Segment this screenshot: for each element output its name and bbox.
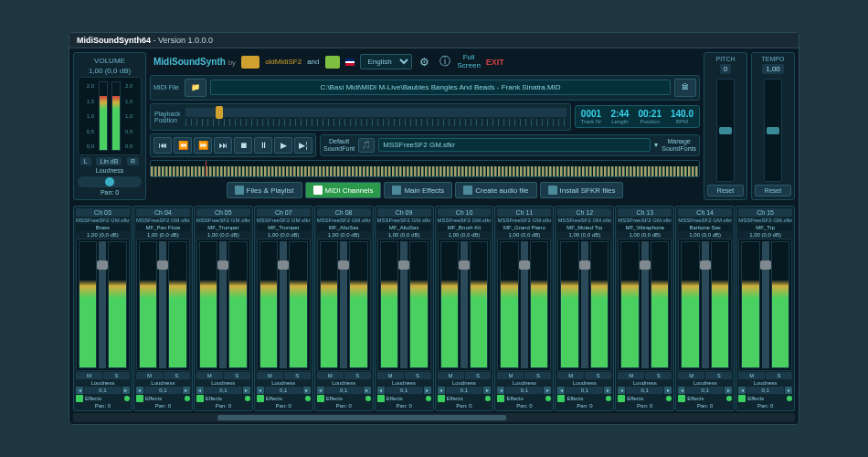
channel-soundfont[interactable]: MSSFreeSF2 GM.sfkr xyxy=(618,218,672,223)
spin-up-button[interactable]: ▸ xyxy=(664,387,672,394)
channel-instrument[interactable]: MF_Pan Flute xyxy=(136,224,190,231)
channel-instrument[interactable]: MF_Grand Piano xyxy=(497,224,551,231)
pitch-reset-button[interactable]: Reset xyxy=(707,185,744,197)
mute-button[interactable]: M xyxy=(196,372,223,379)
stop-button[interactable]: ⏹ xyxy=(234,137,252,154)
channel-fader[interactable] xyxy=(400,241,408,368)
effects-checkbox[interactable] xyxy=(497,395,504,402)
channel-fader[interactable] xyxy=(99,241,106,368)
mute-button[interactable]: M xyxy=(317,372,344,379)
mute-button[interactable]: M xyxy=(557,372,584,379)
effects-checkbox[interactable] xyxy=(76,395,83,402)
master-pan-slider[interactable] xyxy=(78,176,142,187)
channel-instrument[interactable]: MF_Brush Kit xyxy=(438,224,492,231)
channel-soundfont[interactable]: MSSFreeSF2 GM.sfkr xyxy=(438,218,492,223)
channel-fader[interactable] xyxy=(521,241,528,368)
solo-button[interactable]: S xyxy=(405,372,431,379)
channel-header[interactable]: Ch 09 xyxy=(377,208,431,217)
effects-checkbox[interactable] xyxy=(738,395,746,402)
channel-instrument[interactable]: Brass xyxy=(76,224,130,231)
language-select[interactable]: English xyxy=(360,54,412,69)
spin-down-button[interactable]: ◂ xyxy=(377,387,385,394)
file-action-button[interactable]: 🏛 xyxy=(674,79,696,97)
channel-header[interactable]: Ch 13 xyxy=(618,208,672,217)
spin-down-button[interactable]: ◂ xyxy=(76,387,83,394)
tab-files[interactable]: Files & Playlist xyxy=(227,182,302,198)
pause-button[interactable]: ⏸ xyxy=(254,137,272,154)
channel-header[interactable]: Ch 10 xyxy=(438,208,492,217)
skip-start-button[interactable]: ⏮ xyxy=(153,137,172,154)
channel-soundfont[interactable]: MSSFreeSF2 GM.sfkr xyxy=(136,218,190,223)
spin-up-button[interactable]: ▸ xyxy=(303,387,311,394)
spin-up-button[interactable]: ▸ xyxy=(785,387,792,394)
open-file-button[interactable]: 📁 xyxy=(185,79,206,97)
spin-down-button[interactable]: ◂ xyxy=(497,387,504,394)
forward-button[interactable]: ⏩ xyxy=(194,137,212,154)
effects-checkbox[interactable] xyxy=(618,395,625,402)
channel-header[interactable]: Ch 07 xyxy=(257,208,311,217)
channel-instrument[interactable]: MF_Vibraphone xyxy=(618,224,672,231)
tab-midi-channels[interactable]: MIDI Channels xyxy=(305,182,382,198)
horizontal-scrollbar[interactable] xyxy=(73,413,795,422)
channel-instrument[interactable]: MF_AltoSax xyxy=(317,224,371,231)
spin-down-button[interactable]: ◂ xyxy=(738,387,746,394)
gear-icon[interactable]: ⚙ xyxy=(418,55,432,69)
solo-button[interactable]: S xyxy=(224,372,250,379)
soundfont-name[interactable]: MSSFreeSF2 GM.sfkr xyxy=(378,138,651,152)
channel-fader[interactable] xyxy=(702,241,709,368)
channel-soundfont[interactable]: MSSFreeSF2 GM.sfkr xyxy=(317,218,371,223)
pitch-slider[interactable] xyxy=(716,79,735,182)
soundfont-icon-button[interactable]: 🎵 xyxy=(358,138,375,153)
solo-button[interactable]: S xyxy=(465,372,492,379)
effects-checkbox[interactable] xyxy=(196,395,204,402)
channel-header[interactable]: Ch 03 xyxy=(76,208,130,217)
channel-soundfont[interactable]: MSSFreeSF2 GM.sfkr xyxy=(678,218,732,223)
channel-fader[interactable] xyxy=(280,241,287,368)
channel-fader[interactable] xyxy=(219,241,227,368)
channel-soundfont[interactable]: MSSFreeSF2 GM.sfkr xyxy=(497,218,551,223)
channel-header[interactable]: Ch 11 xyxy=(497,208,551,217)
channel-soundfont[interactable]: MSSFreeSF2 GM.sfkr xyxy=(76,218,130,223)
spin-up-button[interactable]: ▸ xyxy=(483,387,491,394)
channel-instrument[interactable]: MF_Trumpet xyxy=(196,224,250,231)
spin-up-button[interactable]: ▸ xyxy=(725,387,732,394)
spin-down-button[interactable]: ◂ xyxy=(136,387,143,394)
tab-install-sfkr[interactable]: Install SFKR files xyxy=(540,182,624,198)
channel-instrument[interactable]: MF_Trumpet xyxy=(257,224,311,231)
spin-up-button[interactable]: ▸ xyxy=(424,387,431,394)
channel-soundfont[interactable]: MSSFreeSF2 GM.sfkr xyxy=(196,218,250,223)
channel-fader[interactable] xyxy=(581,241,588,368)
spin-up-button[interactable]: ▸ xyxy=(604,387,611,394)
channel-fader[interactable] xyxy=(340,241,347,368)
tab-main-effects[interactable]: Main Effects xyxy=(384,182,452,198)
mute-button[interactable]: M xyxy=(678,372,704,379)
spin-up-button[interactable]: ▸ xyxy=(364,387,371,394)
record-button[interactable]: ▶¦ xyxy=(294,137,312,154)
channel-fader[interactable] xyxy=(762,241,769,368)
spin-up-button[interactable]: ▸ xyxy=(183,387,190,394)
effects-checkbox[interactable] xyxy=(438,395,445,402)
info-icon[interactable]: ⓘ xyxy=(438,55,452,69)
spin-down-button[interactable]: ◂ xyxy=(678,387,685,394)
manage-soundfonts-button[interactable]: Manage SoundFonts xyxy=(662,138,696,152)
effects-checkbox[interactable] xyxy=(317,395,324,402)
channel-fader[interactable] xyxy=(641,241,649,368)
channel-soundfont[interactable]: MSSFreeSF2 GM.sfkr xyxy=(257,218,311,223)
mute-button[interactable]: M xyxy=(438,372,464,379)
spin-down-button[interactable]: ◂ xyxy=(196,387,204,394)
effects-checkbox[interactable] xyxy=(136,395,143,402)
fullscreen-button[interactable]: Full Screen xyxy=(458,54,481,70)
solo-button[interactable]: S xyxy=(344,372,371,379)
play-button[interactable]: ▶ xyxy=(274,137,292,154)
dropdown-icon[interactable]: ▾ xyxy=(654,141,658,149)
mute-button[interactable]: M xyxy=(377,372,404,379)
channel-instrument[interactable]: MF_Trp xyxy=(738,224,792,231)
channel-header[interactable]: Ch 08 xyxy=(317,208,371,217)
solo-button[interactable]: S xyxy=(284,372,311,379)
mute-button[interactable]: M xyxy=(497,372,524,379)
channel-header[interactable]: Ch 14 xyxy=(678,208,732,217)
effects-checkbox[interactable] xyxy=(678,395,685,402)
channel-instrument[interactable]: Baritone Sax xyxy=(678,224,732,231)
mute-button[interactable]: M xyxy=(76,372,102,379)
channel-header[interactable]: Ch 15 xyxy=(738,208,792,217)
